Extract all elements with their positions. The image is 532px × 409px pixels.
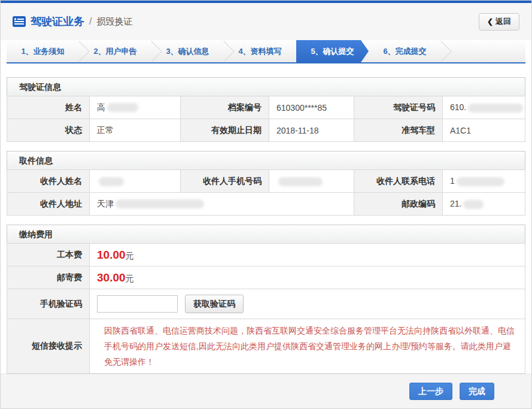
expiry-date-value: 2018-11-18 xyxy=(269,119,354,142)
sms-code-input[interactable] xyxy=(97,295,178,313)
sms-code-label: 手机验证码 xyxy=(7,289,90,319)
postage-fee-unit: 元 xyxy=(126,274,134,283)
name-label: 姓名 xyxy=(7,96,90,119)
page-header: 驾驶证业务 / 损毁换证 ❮ 返回 xyxy=(1,3,531,40)
recipient-phone-value: 1 xyxy=(443,170,525,193)
status-label: 状态 xyxy=(7,119,90,142)
breadcrumb-separator: / xyxy=(89,16,92,27)
sms-notice-cell: 因陕西省联通、电信运营商技术问题，陕西省互联网交通安全综合服务管理平台无法向持陕… xyxy=(90,319,525,374)
expiry-date-label: 有效期止日期 xyxy=(181,119,269,142)
step-tabs: 1、业务须知 2、用户申告 3、确认信息 4、资料填写 5、确认提交 6、完成提… xyxy=(7,40,525,63)
redacted-blur xyxy=(107,103,138,112)
vehicle-class-value: A1C1 xyxy=(443,119,525,142)
license-info-table: 姓名 高 档案编号 610300****85 驾驶证号码 610. 状态 正常 … xyxy=(7,96,525,142)
postage-fee-label: 邮寄费 xyxy=(7,266,90,289)
finish-button[interactable]: 完成 xyxy=(460,383,494,400)
license-card-icon xyxy=(13,16,26,27)
table-row: 姓名 高 档案编号 610300****85 驾驶证号码 610. xyxy=(7,96,525,119)
recipient-address-value: 天津 xyxy=(90,193,354,216)
get-code-button[interactable]: 获取验证码 xyxy=(185,295,244,313)
table-row: 邮寄费 30.00元 xyxy=(7,266,525,289)
section-license-info: 驾驶证信息 姓名 高 档案编号 610300****85 驾驶证号码 610. … xyxy=(7,77,525,142)
vehicle-class-label: 准驾车型 xyxy=(354,119,443,142)
tab-step-3[interactable]: 3、确认信息 xyxy=(151,40,224,62)
page-subtitle: 损毁换证 xyxy=(96,16,132,28)
postal-code-value: 21. xyxy=(443,193,525,216)
redacted-blur xyxy=(99,177,124,186)
tab-step-6[interactable]: 6、完成提交 xyxy=(369,40,441,62)
page: 驾驶证业务 / 损毁换证 ❮ 返回 1、业务须知 2、用户申告 3、确认信息 4… xyxy=(0,0,532,409)
sms-notice-text: 因陕西省联通、电信运营商技术问题，陕西省互联网交通安全综合服务管理平台无法向持陕… xyxy=(97,319,525,373)
table-row: 短信接收提示 因陕西省联通、电信运营商技术问题，陕西省互联网交通安全综合服务管理… xyxy=(7,319,525,374)
redacted-blur xyxy=(463,200,484,209)
tab-step-5-active[interactable]: 5、确认提交 xyxy=(296,40,369,62)
table-row: 状态 正常 有效期止日期 2018-11-18 准驾车型 A1C1 xyxy=(7,119,525,142)
tab-step-2[interactable]: 2、用户申告 xyxy=(79,40,151,62)
recipient-name-label: 收件人姓名 xyxy=(7,170,90,193)
redacted-blur xyxy=(468,104,523,113)
recipient-phone-label: 收件人联系电话 xyxy=(354,170,443,193)
previous-step-button[interactable]: 上一步 xyxy=(409,383,452,400)
redacted-blur xyxy=(115,199,204,208)
pickup-info-table: 收件人姓名 收件人手机号码 收件人联系电话 1 收件人地址 天津 邮政编码 21… xyxy=(7,169,525,216)
page-title: 驾驶证业务 xyxy=(31,14,84,29)
table-row: 手机验证码 获取验证码 xyxy=(7,289,525,319)
file-number-label: 档案编号 xyxy=(181,96,269,119)
back-button[interactable]: ❮ 返回 xyxy=(479,13,519,31)
file-number-value: 610300****85 xyxy=(269,96,354,119)
license-number-label: 驾驶证号码 xyxy=(354,96,443,119)
footer-action-bar: 上一步 完成 xyxy=(1,374,531,408)
license-number-value: 610. xyxy=(443,96,525,119)
recipient-name-value xyxy=(90,170,181,193)
tab-step-4[interactable]: 4、资料填写 xyxy=(224,40,296,62)
recipient-address-label: 收件人地址 xyxy=(7,193,90,216)
table-row: 工本费 10.00元 xyxy=(7,244,525,266)
chevron-left-icon: ❮ xyxy=(487,17,493,26)
table-row: 收件人地址 天津 邮政编码 21. xyxy=(7,193,525,216)
table-row: 收件人姓名 收件人手机号码 收件人联系电话 1 xyxy=(7,170,525,193)
redacted-blur xyxy=(278,177,323,186)
postage-fee-amount: 30.00 xyxy=(97,271,126,284)
postal-code-label: 邮政编码 xyxy=(354,193,443,216)
production-fee-unit: 元 xyxy=(126,251,134,260)
section-fees: 缴纳费用 工本费 10.00元 邮寄费 30.00元 手机验证码 xyxy=(7,225,525,374)
section-title-fees: 缴纳费用 xyxy=(7,225,525,244)
production-fee-label: 工本费 xyxy=(7,244,90,266)
breadcrumb: 驾驶证业务 / 损毁换证 xyxy=(13,14,132,29)
postage-fee-value: 30.00元 xyxy=(90,266,525,289)
section-pickup-info: 取件信息 收件人姓名 收件人手机号码 收件人联系电话 1 收件人地址 天津 邮政… xyxy=(7,151,525,216)
status-value: 正常 xyxy=(90,119,181,142)
sms-code-cell: 获取验证码 xyxy=(90,289,525,319)
section-title-license: 驾驶证信息 xyxy=(7,77,525,96)
redacted-blur xyxy=(457,177,504,186)
sms-notice-label: 短信接收提示 xyxy=(7,319,90,374)
production-fee-value: 10.00元 xyxy=(90,244,525,266)
fees-table: 工本费 10.00元 邮寄费 30.00元 手机验证码 获取验证码 短信接收提 xyxy=(7,243,525,374)
back-button-label: 返回 xyxy=(495,16,511,27)
section-title-pickup: 取件信息 xyxy=(7,151,525,170)
name-value: 高 xyxy=(90,96,181,119)
recipient-mobile-label: 收件人手机号码 xyxy=(181,170,269,193)
production-fee-amount: 10.00 xyxy=(97,249,126,261)
recipient-mobile-value xyxy=(269,170,354,193)
tab-step-1[interactable]: 1、业务须知 xyxy=(7,40,79,62)
